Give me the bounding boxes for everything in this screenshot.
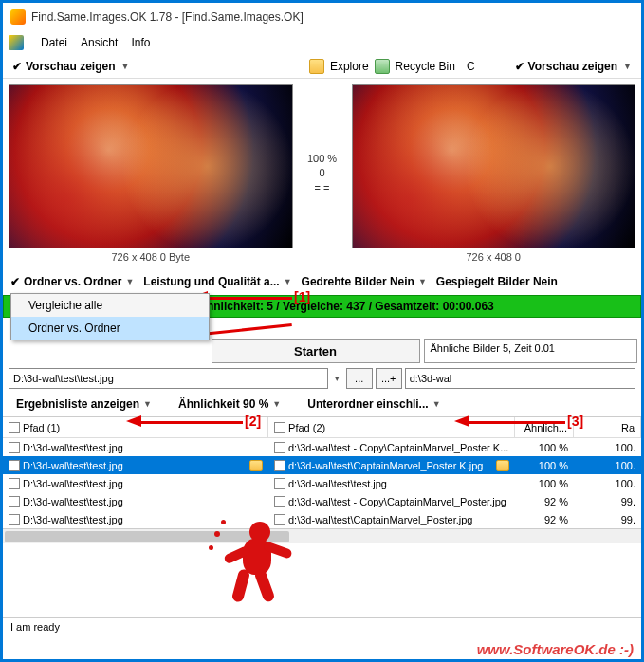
preview-left-meta: 726 x 408 0 Byte bbox=[9, 248, 293, 263]
cell-path1: D:\3d-wal\test\test.jpg bbox=[23, 496, 123, 507]
preview-compare-info: 100 % 0 = = bbox=[299, 79, 346, 268]
cell-ra: 100. bbox=[574, 441, 641, 454]
checkbox-icon[interactable] bbox=[274, 478, 285, 489]
preview-left-image bbox=[9, 84, 293, 248]
table-row[interactable]: D:\3d-wal\test\test.jpgd:\3d-wal\test\Ca… bbox=[3, 510, 641, 528]
chevron-down-icon[interactable]: ▾ bbox=[335, 374, 340, 383]
arrow-3-line bbox=[468, 421, 565, 424]
chevron-down-icon[interactable]: ▼ bbox=[120, 62, 129, 71]
folder-icon[interactable] bbox=[249, 460, 263, 471]
menu-view[interactable]: Ansicht bbox=[81, 36, 118, 49]
cell-sim: 100 % bbox=[515, 459, 574, 472]
table-row[interactable]: D:\3d-wal\test\test.jpgd:\3d-wal\test - … bbox=[3, 492, 641, 510]
preview-panes: 726 x 408 0 Byte 100 % 0 = = 726 x 408 0 bbox=[3, 79, 641, 268]
menu-info[interactable]: Info bbox=[131, 36, 150, 49]
path-right-input[interactable] bbox=[405, 368, 635, 389]
mirrored-dropdown[interactable]: Gespiegelt Bilder Nein bbox=[436, 275, 558, 288]
cell-sim: 92 % bbox=[515, 495, 574, 508]
rotated-label: Gedrehte Bilder Nein bbox=[302, 275, 414, 288]
path-left-input[interactable] bbox=[9, 368, 328, 389]
cell-path1: D:\3d-wal\test\test.jpg bbox=[23, 442, 123, 453]
options-row-2: Ergebnisliste anzeigen ▼ Ähnlichkeit 90 … bbox=[3, 392, 641, 416]
cell-sim: 100 % bbox=[515, 477, 574, 490]
path-inputs-row: ▾ ... ...+ bbox=[3, 365, 641, 392]
arrow-1-line bbox=[207, 297, 292, 300]
start-row: Starten Ähnliche Bilder 5, Zeit 0.01 bbox=[3, 337, 641, 365]
horizontal-scrollbar[interactable] bbox=[3, 528, 641, 543]
popup-item-all[interactable]: Vergleiche alle bbox=[11, 294, 209, 317]
cell-sim: 100 % bbox=[515, 441, 574, 454]
titlebar: Find.Same.Images.OK 1.78 - [Find.Same.Im… bbox=[3, 3, 641, 31]
c-button[interactable]: C bbox=[467, 60, 475, 73]
preview-left: 726 x 408 0 Byte bbox=[3, 79, 299, 268]
similarity-label: Ähnlichkeit 90 % bbox=[178, 397, 268, 411]
mode-label: Ordner vs. Ordner bbox=[24, 275, 121, 288]
checkbox-icon[interactable] bbox=[9, 460, 20, 471]
mode-popup: Vergleiche alle Ordner vs. Ordner bbox=[10, 293, 210, 340]
window-title: Find.Same.Images.OK 1.78 - [Find.Same.Im… bbox=[31, 10, 304, 24]
watermark: www.SoftwareOK.de :-) bbox=[477, 641, 634, 657]
checkbox-icon[interactable] bbox=[9, 442, 20, 453]
table-row[interactable]: D:\3d-wal\test\test.jpgd:\3d-wal\test - … bbox=[3, 438, 641, 456]
explore-button[interactable]: Explore bbox=[330, 60, 369, 73]
arrow-2-line bbox=[140, 421, 243, 424]
browse-button[interactable]: ... bbox=[346, 368, 373, 389]
similar-result-box: Ähnliche Bilder 5, Zeit 0.01 bbox=[424, 339, 638, 363]
preview-left-label: Vorschau zeigen bbox=[26, 60, 115, 73]
cell-path2: d:\3d-wal\test\CaptainMarvel_Poster.jpg bbox=[288, 514, 472, 525]
cell-ra: 99. bbox=[574, 495, 641, 508]
preview-right-toggle[interactable]: ✔ Vorschau zeigen bbox=[515, 60, 617, 73]
subfolder-dropdown[interactable]: Unterordner einschli... ▼ bbox=[307, 397, 440, 411]
logo-icon bbox=[9, 35, 24, 50]
arrow-2-head bbox=[126, 415, 141, 427]
app-icon bbox=[10, 9, 26, 25]
menu-file[interactable]: Datei bbox=[41, 36, 67, 49]
checkbox-icon[interactable] bbox=[9, 478, 20, 489]
checkbox-icon[interactable] bbox=[274, 422, 285, 433]
checkbox-icon[interactable] bbox=[9, 422, 20, 433]
table-row[interactable]: D:\3d-wal\test\test.jpgd:\3d-wal\test\te… bbox=[3, 474, 641, 492]
folder-icon bbox=[309, 59, 324, 74]
popup-item-ovo[interactable]: Ordner vs. Ordner bbox=[11, 317, 209, 340]
similarity-dropdown[interactable]: Ähnlichkeit 90 % ▼ bbox=[178, 397, 281, 411]
cell-path1: D:\3d-wal\test\test.jpg bbox=[23, 478, 123, 489]
checkbox-icon[interactable] bbox=[274, 514, 285, 525]
chevron-down-icon[interactable]: ▼ bbox=[623, 62, 632, 71]
results-label: Ergebnisliste anzeigen bbox=[16, 397, 139, 411]
cell-ra: 100. bbox=[574, 459, 641, 472]
cell-path1: D:\3d-wal\test\test.jpg bbox=[23, 514, 123, 525]
recycle-button[interactable]: Recycle Bin bbox=[396, 60, 455, 73]
compare-eq: = = bbox=[315, 181, 330, 195]
checkbox-icon[interactable] bbox=[9, 514, 20, 525]
cell-ra: 99. bbox=[574, 513, 641, 526]
preview-right-label: Vorschau zeigen bbox=[528, 60, 617, 73]
result-table: Pfad (1) Pfad (2) Ähnlich... Ra D:\3d-wa… bbox=[3, 416, 641, 543]
scroll-thumb[interactable] bbox=[5, 531, 289, 542]
add-path-button[interactable]: ...+ bbox=[376, 368, 402, 389]
preview-right-meta: 726 x 408 0 bbox=[352, 248, 636, 263]
menubar: Datei Ansicht Info bbox=[3, 31, 641, 54]
mode-dropdown[interactable]: ✔ Ordner vs. Ordner ▼ bbox=[10, 275, 134, 288]
checkbox-icon[interactable] bbox=[274, 460, 285, 471]
checkbox-icon[interactable] bbox=[9, 496, 20, 507]
checkbox-icon[interactable] bbox=[274, 496, 285, 507]
preview-left-toggle[interactable]: ✔ Vorschau zeigen bbox=[12, 60, 115, 73]
perf-dropdown[interactable]: Leistung und Qualität a... ▼ bbox=[143, 275, 291, 288]
cell-sim: 92 % bbox=[515, 513, 574, 526]
subfolder-label: Unterordner einschli... bbox=[307, 397, 428, 411]
th-ra[interactable]: Ra bbox=[574, 417, 641, 437]
table-row[interactable]: D:\3d-wal\test\test.jpgd:\3d-wal\test\Ca… bbox=[3, 456, 641, 474]
recycle-icon bbox=[375, 59, 390, 74]
arrow-3-head bbox=[454, 415, 469, 427]
preview-right-image bbox=[352, 84, 636, 248]
checkbox-icon[interactable] bbox=[274, 442, 285, 453]
start-button[interactable]: Starten bbox=[212, 339, 420, 363]
rotated-dropdown[interactable]: Gedrehte Bilder Nein ▼ bbox=[302, 275, 427, 288]
preview-right: 726 x 408 0 bbox=[346, 79, 642, 268]
results-dropdown[interactable]: Ergebnisliste anzeigen ▼ bbox=[16, 397, 152, 411]
cell-path2: d:\3d-wal\test\CaptainMarvel_Poster K.jp… bbox=[288, 460, 483, 471]
compare-zero: 0 bbox=[319, 166, 324, 180]
cell-path1: D:\3d-wal\test\test.jpg bbox=[23, 460, 123, 471]
cell-ra: 100. bbox=[574, 477, 641, 490]
folder-icon[interactable] bbox=[496, 460, 509, 471]
